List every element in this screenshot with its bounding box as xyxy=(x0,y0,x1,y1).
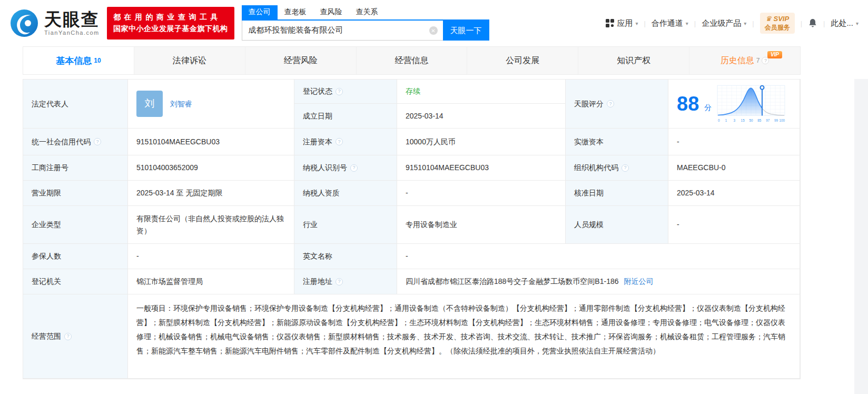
search-tabs: 查公司 查老板 查风险 查关系 xyxy=(242,6,489,21)
field-org-code-value: MAEEGCBU-0 xyxy=(668,155,800,181)
score-distribution-chart: 0 1 3 15 50 85 97 99 100 xyxy=(717,84,785,123)
clear-search-icon[interactable]: ✕ xyxy=(429,26,438,35)
field-paid-capital-label: 实缴资本 xyxy=(566,129,668,155)
nav-partner[interactable]: 合作通道 ▾ xyxy=(652,18,688,28)
divider: | xyxy=(694,19,696,27)
notification-bell-icon[interactable] xyxy=(808,18,817,28)
tick-label: 99 xyxy=(774,119,778,122)
field-reg-address-label: 注册地址 ? xyxy=(294,269,397,294)
field-reg-status-label: 登记状态 ? xyxy=(294,80,397,104)
chevron-down-icon: ▾ xyxy=(744,21,746,26)
field-staff-size-value: - xyxy=(668,206,800,244)
crown-icon: ♛ xyxy=(765,15,772,23)
brand-domain: TianYanCha.com xyxy=(44,29,100,36)
field-est-date-label: 成立日期 xyxy=(294,104,397,129)
divider: | xyxy=(823,19,825,27)
tab-history-info-label: 历史信息 xyxy=(721,55,754,66)
field-legal-rep-value: 刘 刘智睿 xyxy=(128,80,294,129)
field-industry-value: 专用设备制造业 xyxy=(397,206,566,244)
tab-operating-risk-label: 经营风险 xyxy=(284,55,318,66)
field-reg-number-value: 510104003652009 xyxy=(128,155,294,181)
tick-label: 3 xyxy=(734,119,736,122)
tab-legal-label: 法律诉讼 xyxy=(173,55,206,66)
divider: | xyxy=(752,19,754,27)
field-legal-rep-label: 法定代表人 xyxy=(23,80,128,129)
help-icon[interactable]: ? xyxy=(622,164,629,172)
nav-apps[interactable]: 应用 ▾ xyxy=(606,18,638,28)
brand-name: 天眼查 xyxy=(44,11,100,28)
chevron-down-icon: ▾ xyxy=(686,21,688,26)
field-industry-label: 行业 xyxy=(294,206,397,244)
tick-label: 50 xyxy=(749,119,754,122)
field-reg-authority-value: 锦江市场监督管理局 xyxy=(128,269,294,294)
tab-company-development[interactable]: 公司发展 xyxy=(467,47,578,74)
tab-intellectual-property-label: 知识产权 xyxy=(617,55,650,66)
field-credit-code-value: 91510104MAEEGCBU03 xyxy=(128,129,294,155)
field-reg-authority-label: 登记机关 xyxy=(23,269,128,294)
field-business-term-label: 营业期限 xyxy=(23,181,128,206)
tianyancha-logo[interactable]: 天眼查 TianYanCha.com xyxy=(9,8,100,38)
tab-intellectual-property[interactable]: 知识产权 xyxy=(578,47,689,74)
tab-operating-info-label: 经营信息 xyxy=(395,55,429,66)
field-reg-capital-label: 注册资本 ? xyxy=(294,129,397,155)
legal-rep-link[interactable]: 刘智睿 xyxy=(170,98,192,110)
search-tab-boss[interactable]: 查老板 xyxy=(278,5,313,19)
tab-basic-info-label: 基本信息 xyxy=(56,55,92,67)
help-icon[interactable]: ? xyxy=(350,164,358,172)
help-icon[interactable]: ? xyxy=(336,278,343,285)
page-scrollbar[interactable] xyxy=(854,79,868,394)
help-icon[interactable]: ? xyxy=(336,138,343,145)
field-english-name-label: 英文名称 xyxy=(294,244,397,269)
slogan-badge: 都在用的商业查询工具 国家中小企业发展子基金旗下机构 xyxy=(107,7,234,39)
search-tab-risk[interactable]: 查风险 xyxy=(313,5,349,19)
nav-partner-label: 合作通道 xyxy=(652,18,683,28)
search-tab-relation[interactable]: 查关系 xyxy=(349,5,385,19)
tab-basic-info[interactable]: 基本信息 10 xyxy=(23,47,134,74)
help-icon[interactable]: ? xyxy=(336,88,343,95)
field-taxpayer-id-label: 纳税人识别号 ? xyxy=(294,155,397,181)
field-reg-number-label: 工商注册号 xyxy=(23,155,128,181)
field-score-label: 天眼评分 ? xyxy=(566,80,668,129)
slogan-line1: 都在用的商业查询工具 xyxy=(113,12,228,23)
field-reg-address-value: 四川省成都市锦江区泰治路188号交子金融梦工场数币空间B1-186 附近公司 xyxy=(397,269,800,294)
legal-rep-avatar[interactable]: 刘 xyxy=(136,91,163,117)
tab-operating-risk[interactable]: 经营风险 xyxy=(245,47,357,74)
field-business-scope-value: 一般项目：环境保护专用设备销售；环境保护专用设备制造【分支机构经营】；通用设备制… xyxy=(128,294,800,379)
search-module: 查公司 查老板 查风险 查关系 ✕ 天眼一下 xyxy=(242,6,489,41)
user-account-menu[interactable]: 此处... ▾ xyxy=(831,18,859,28)
field-score-value: 88 分 0 1 3 xyxy=(668,80,800,129)
tick-label: 85 xyxy=(758,119,762,122)
tianyancha-logo-icon xyxy=(9,8,39,38)
field-english-name-value: - xyxy=(397,244,800,269)
tab-legal[interactable]: 法律诉讼 xyxy=(134,47,245,74)
user-account-label: 此处... xyxy=(831,18,853,28)
svip-member-button[interactable]: ♛ SVIP 会员服务 xyxy=(760,13,795,33)
search-button[interactable]: 天眼一下 xyxy=(443,21,489,41)
field-taxpayer-quality-label: 纳税人资质 xyxy=(294,181,397,206)
tick-label: 97 xyxy=(766,119,771,122)
tab-history-info[interactable]: VIP 历史信息 7 ? xyxy=(689,47,800,74)
nearby-companies-link[interactable]: 附近公司 xyxy=(624,275,654,287)
field-est-date-value: 2025-03-14 xyxy=(397,104,566,129)
tab-basic-info-count: 10 xyxy=(94,57,101,64)
nav-enterprise-label: 企业级产品 xyxy=(702,18,741,28)
nav-enterprise[interactable]: 企业级产品 ▾ xyxy=(702,18,746,28)
search-input[interactable] xyxy=(242,21,443,41)
divider: | xyxy=(644,19,645,27)
field-company-type-value: 有限责任公司（非自然人投资或控股的法人独资） xyxy=(128,206,294,244)
help-icon[interactable]: ? xyxy=(607,100,614,107)
search-tab-company[interactable]: 查公司 xyxy=(242,5,278,19)
help-icon[interactable]: ? xyxy=(64,333,72,340)
field-org-code-label: 组织机构代码 ? xyxy=(566,155,668,181)
field-insured-count-label: 参保人数 xyxy=(23,244,128,269)
vip-badge: VIP xyxy=(767,51,782,58)
field-staff-size-label: 人员规模 xyxy=(566,206,668,244)
field-business-scope-label: 经营范围 ? xyxy=(23,294,128,379)
tick-label: 0 xyxy=(718,119,720,122)
tab-history-info-count: 7 xyxy=(756,57,760,64)
help-icon[interactable]: ? xyxy=(94,138,101,145)
divider: | xyxy=(801,19,802,27)
field-approval-date-label: 核准日期 xyxy=(566,181,668,206)
tab-operating-info[interactable]: 经营信息 xyxy=(357,47,468,74)
score-number: 88 xyxy=(677,94,699,114)
